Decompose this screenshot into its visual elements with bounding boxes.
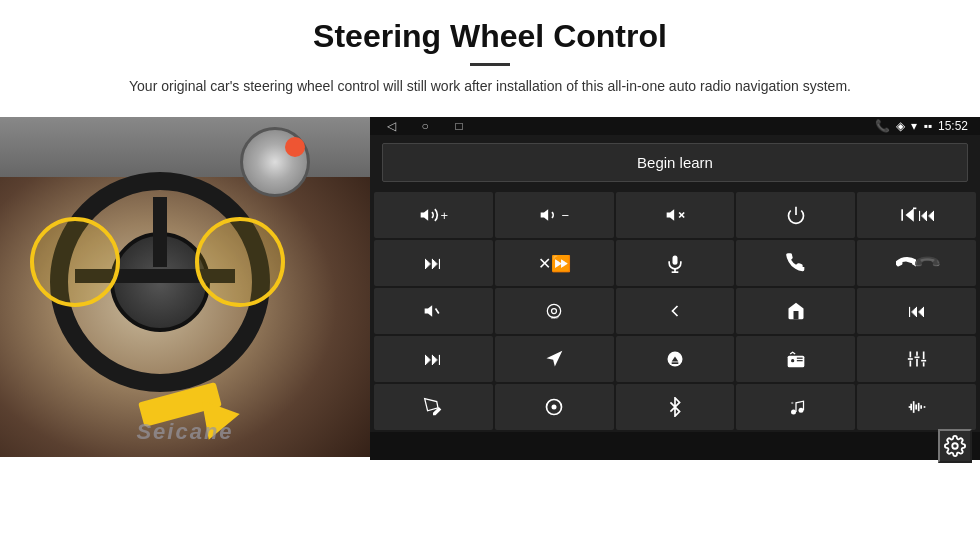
next-skip-button[interactable]: ⏭ bbox=[374, 336, 493, 382]
nav-back-btn[interactable]: ◁ bbox=[382, 117, 400, 135]
speaker-button[interactable] bbox=[374, 288, 493, 334]
vol-up-icon bbox=[419, 205, 439, 225]
mute-button[interactable] bbox=[616, 192, 735, 238]
back-button[interactable] bbox=[616, 288, 735, 334]
back-icon bbox=[665, 301, 685, 321]
spoke-top bbox=[153, 197, 167, 267]
svg-point-36 bbox=[798, 408, 803, 413]
circle-dot-icon bbox=[544, 397, 564, 417]
title-divider bbox=[470, 63, 510, 66]
content-section: Seicane ◁ ○ □ 📞 ◈ ▾ ▪▪ 15:52 bbox=[0, 117, 980, 548]
phone-status-icon: 📞 bbox=[875, 119, 890, 133]
car-image-panel: Seicane bbox=[0, 117, 370, 457]
vol-down-icon bbox=[539, 205, 559, 225]
circle-dot-button[interactable] bbox=[495, 384, 614, 430]
eject-icon bbox=[665, 349, 685, 369]
navigate-icon bbox=[544, 349, 564, 369]
vol-down-button[interactable]: − bbox=[495, 192, 614, 238]
pen-button[interactable] bbox=[374, 384, 493, 430]
music-button[interactable]: ⚙ bbox=[736, 384, 855, 430]
battery-status: ▪▪ bbox=[923, 119, 932, 133]
speaker-icon bbox=[423, 301, 443, 321]
music-icon: ⚙ bbox=[786, 397, 806, 417]
svg-marker-0 bbox=[420, 209, 428, 221]
begin-learn-button[interactable]: Begin learn bbox=[382, 143, 968, 182]
vol-up-label: + bbox=[441, 208, 449, 223]
controls-grid: + − bbox=[370, 190, 980, 432]
fwd-skip2-symbol: ✕⏩ bbox=[538, 254, 571, 273]
skip-fwd-button[interactable]: ⏭ bbox=[374, 240, 493, 286]
power-button[interactable] bbox=[736, 192, 855, 238]
next-skip-symbol: ⏭ bbox=[424, 349, 442, 370]
prev-track-symbol: ⏮ bbox=[918, 205, 936, 226]
eject-button[interactable] bbox=[616, 336, 735, 382]
svg-text:360°: 360° bbox=[551, 315, 560, 320]
svg-marker-2 bbox=[667, 209, 675, 221]
svg-point-35 bbox=[791, 410, 796, 415]
prev-track-icon bbox=[898, 205, 918, 225]
svg-point-21 bbox=[791, 359, 794, 362]
svg-rect-20 bbox=[787, 356, 804, 368]
begin-learn-row: Begin learn bbox=[370, 135, 980, 190]
mute-icon bbox=[665, 205, 685, 225]
highlight-circle-left bbox=[30, 217, 120, 307]
page-container: Steering Wheel Control Your original car… bbox=[0, 0, 980, 548]
hangup-button[interactable]: 📞 bbox=[857, 240, 976, 286]
settings-button[interactable] bbox=[938, 429, 972, 463]
phone-button[interactable] bbox=[736, 240, 855, 286]
mic-button[interactable] bbox=[616, 240, 735, 286]
home-icon bbox=[786, 301, 806, 321]
location-status-icon: ◈ bbox=[896, 119, 905, 133]
vol-up-button[interactable]: + bbox=[374, 192, 493, 238]
eq-button[interactable] bbox=[857, 336, 976, 382]
bottom-bar bbox=[370, 432, 980, 460]
svg-marker-1 bbox=[541, 209, 549, 221]
waveform-icon bbox=[907, 397, 927, 417]
phone-icon bbox=[786, 253, 806, 273]
pen-icon bbox=[423, 397, 443, 417]
mic-icon bbox=[665, 253, 685, 273]
eq-icon bbox=[907, 349, 927, 369]
vol-down-label: − bbox=[561, 208, 569, 223]
svg-rect-9 bbox=[672, 256, 677, 265]
android-status-bar: ◁ ○ □ 📞 ◈ ▾ ▪▪ 15:52 bbox=[370, 117, 980, 135]
radio-button[interactable] bbox=[736, 336, 855, 382]
prev-track-button[interactable]: ⏮ bbox=[857, 192, 976, 238]
bluetooth-icon bbox=[665, 397, 685, 417]
nav-recents-btn[interactable]: □ bbox=[450, 117, 468, 135]
svg-marker-17 bbox=[547, 351, 563, 367]
nav-bar: ◁ ○ □ bbox=[382, 117, 468, 135]
dashboard-top bbox=[0, 117, 370, 177]
camera360-button[interactable]: 360° bbox=[495, 288, 614, 334]
waveform-button[interactable] bbox=[857, 384, 976, 430]
android-panel: ◁ ○ □ 📞 ◈ ▾ ▪▪ 15:52 Begin learn bbox=[370, 117, 980, 457]
svg-point-45 bbox=[952, 443, 958, 449]
subtitle: Your original car's steering wheel contr… bbox=[110, 76, 870, 97]
svg-point-34 bbox=[552, 405, 557, 410]
navigate-button[interactable] bbox=[495, 336, 614, 382]
status-right: 📞 ◈ ▾ ▪▪ 15:52 bbox=[875, 119, 968, 133]
bluetooth-button[interactable] bbox=[616, 384, 735, 430]
home-button[interactable] bbox=[736, 288, 855, 334]
power-icon bbox=[786, 205, 806, 225]
svg-marker-12 bbox=[425, 305, 433, 317]
speedometer-indicator bbox=[285, 137, 305, 157]
nav-home-btn[interactable]: ○ bbox=[416, 117, 434, 135]
prev-skip-button[interactable]: ⏮ bbox=[857, 288, 976, 334]
svg-marker-6 bbox=[905, 208, 913, 221]
gear-icon bbox=[944, 435, 966, 457]
svg-line-13 bbox=[436, 309, 439, 314]
time-display: 15:52 bbox=[938, 119, 968, 133]
seicane-watermark: Seicane bbox=[136, 419, 233, 445]
camera360-icon: 360° bbox=[544, 301, 564, 321]
highlight-circle-right bbox=[195, 217, 285, 307]
prev-skip-symbol: ⏮ bbox=[908, 301, 926, 322]
svg-point-15 bbox=[552, 309, 557, 314]
fwd-skip2-button[interactable]: ✕⏩ bbox=[495, 240, 614, 286]
wifi-status-icon: ▾ bbox=[911, 119, 917, 133]
page-title: Steering Wheel Control bbox=[60, 18, 920, 55]
hangup-symbol: 📞 bbox=[911, 247, 942, 278]
svg-text:⚙: ⚙ bbox=[791, 401, 794, 405]
skip-fwd-symbol: ⏭ bbox=[424, 253, 442, 274]
radio-icon bbox=[786, 349, 806, 369]
